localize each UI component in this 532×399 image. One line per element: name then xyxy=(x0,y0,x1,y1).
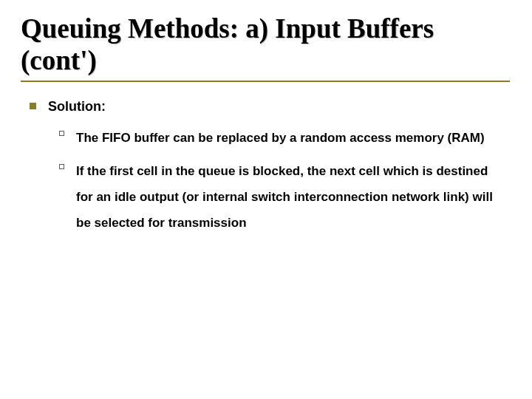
point-text: The FIFO buffer can be replaced by a ran… xyxy=(76,126,485,151)
sub-list: The FIFO buffer can be replaced by a ran… xyxy=(59,126,511,236)
hollow-square-bullet-icon xyxy=(59,164,64,169)
list-item: Solution: xyxy=(30,98,511,115)
list-item: The FIFO buffer can be replaced by a ran… xyxy=(59,126,511,151)
point-text: If the first cell in the queue is blocke… xyxy=(76,159,505,236)
title-underline xyxy=(21,81,510,82)
solution-label: Solution: xyxy=(48,98,106,115)
square-bullet-icon xyxy=(30,103,36,109)
list-item: If the first cell in the queue is blocke… xyxy=(59,159,511,236)
slide: Queuing Methods: a) Input Buffers (cont'… xyxy=(0,0,532,399)
slide-body: Solution: The FIFO buffer can be replace… xyxy=(21,98,511,236)
hollow-square-bullet-icon xyxy=(59,131,64,136)
slide-title: Queuing Methods: a) Input Buffers (cont'… xyxy=(21,13,511,76)
